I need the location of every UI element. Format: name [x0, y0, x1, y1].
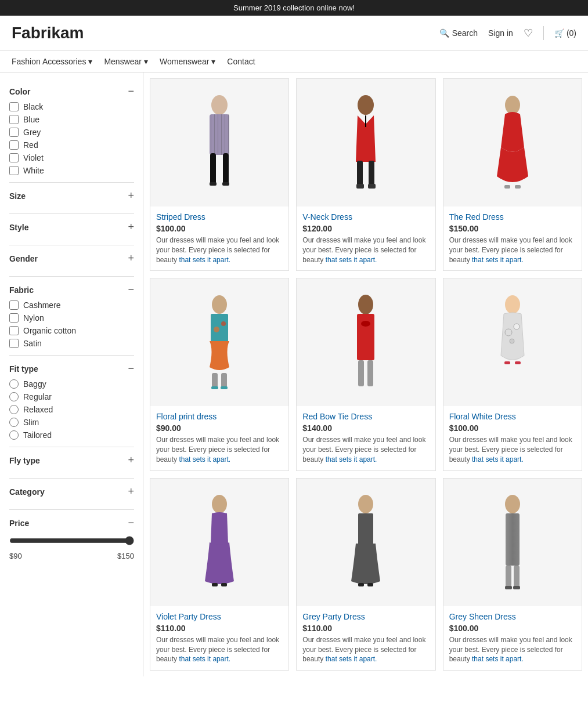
product-name[interactable]: Floral White Dress — [449, 412, 576, 421]
product-name[interactable]: Grey Sheen Dress — [449, 612, 576, 621]
filter-category-header[interactable]: Category + — [9, 486, 134, 498]
radio-relaxed[interactable] — [9, 405, 19, 414]
radio-regular[interactable] — [9, 392, 19, 401]
product-price: $110.00 — [302, 624, 429, 633]
product-name[interactable]: Floral print dress — [156, 412, 283, 421]
filter-option-black[interactable]: Black — [9, 102, 134, 111]
checkbox-satin[interactable] — [9, 339, 19, 348]
products-wrapper: Striped Dress$100.00Our dresses will mak… — [144, 73, 588, 676]
checkbox-nylon[interactable] — [9, 313, 19, 323]
filter-color-title: Color — [9, 87, 31, 96]
filter-option-white[interactable]: White — [9, 166, 134, 175]
svg-point-26 — [358, 295, 373, 314]
filter-size-header[interactable]: Size + — [9, 190, 134, 202]
label-nylon: Nylon — [23, 313, 44, 323]
filter-option-satin[interactable]: Satin — [9, 339, 134, 348]
svg-rect-29 — [358, 360, 364, 386]
filter-option-nylon[interactable]: Nylon — [9, 313, 134, 323]
checkbox-violet[interactable] — [9, 153, 19, 162]
svg-rect-12 — [369, 161, 374, 187]
filter-fabric-toggle: − — [128, 284, 134, 296]
nav-item-menswear[interactable]: Menswear ▾ — [104, 57, 148, 66]
filter-option-relaxed[interactable]: Relaxed — [9, 405, 134, 414]
product-image-area — [297, 278, 435, 406]
nav-item-contact[interactable]: Contact — [227, 57, 255, 66]
filter-option-slim[interactable]: Slim — [9, 418, 134, 427]
product-info: Floral print dress$90.00Our dresses will… — [150, 406, 288, 470]
svg-point-28 — [361, 321, 370, 327]
svg-rect-5 — [223, 153, 229, 185]
cart-button[interactable]: 🛒 (0) — [554, 28, 576, 38]
nav-item-fashion[interactable]: Fashion Accessories ▾ — [12, 57, 92, 66]
filter-option-cashmere[interactable]: Cashmere — [9, 300, 134, 310]
filter-fit-type-header[interactable]: Fit type − — [9, 363, 134, 375]
filter-option-tailored[interactable]: Tailored — [9, 430, 134, 440]
svg-rect-35 — [504, 361, 510, 364]
chevron-down-icon-2: ▾ — [144, 57, 148, 66]
product-card[interactable]: Grey Sheen Dress$100.00Our dresses will … — [443, 478, 582, 671]
filter-option-organic-cotton[interactable]: Organic cotton — [9, 326, 134, 335]
checkbox-black[interactable] — [9, 102, 19, 111]
wishlist-button[interactable]: ♡ — [524, 27, 533, 39]
filter-gender-header[interactable]: Gender + — [9, 252, 134, 265]
nav-item-womenswear[interactable]: Womenswear ▾ — [160, 57, 215, 66]
filter-option-blue[interactable]: Blue — [9, 115, 134, 124]
checkbox-cashmere[interactable] — [9, 300, 19, 310]
product-image-area — [150, 278, 288, 406]
signin-button[interactable]: Sign in — [488, 28, 513, 38]
svg-rect-30 — [367, 360, 373, 386]
product-name[interactable]: The Red Dress — [449, 212, 576, 222]
filter-color-header[interactable]: Color − — [9, 85, 134, 97]
filter-color-toggle: − — [128, 85, 134, 97]
svg-rect-22 — [212, 373, 218, 387]
radio-slim[interactable] — [9, 418, 19, 427]
filter-category-toggle: + — [128, 486, 134, 498]
product-card[interactable]: Floral White Dress$100.00Our dresses wil… — [443, 278, 582, 470]
product-name[interactable]: Grey Party Dress — [302, 612, 429, 621]
filter-color: Color − Black Blue Grey Red — [9, 78, 134, 183]
filter-option-regular[interactable]: Regular — [9, 392, 134, 401]
product-card[interactable]: Grey Party Dress$110.00Our dresses will … — [296, 478, 435, 671]
search-label: Search — [452, 28, 478, 38]
search-button[interactable]: 🔍 Search — [439, 28, 478, 38]
svg-point-31 — [505, 295, 520, 314]
product-card[interactable]: Striped Dress$100.00Our dresses will mak… — [150, 78, 289, 271]
product-card[interactable]: Violet Party Dress$110.00Our dresses wil… — [150, 478, 289, 671]
checkbox-blue[interactable] — [9, 115, 19, 124]
filter-fly-type-header[interactable]: Fly type + — [9, 454, 134, 466]
product-image-area — [443, 479, 582, 606]
product-info: Grey Sheen Dress$100.00Our dresses will … — [443, 606, 582, 670]
checkbox-white[interactable] — [9, 166, 19, 175]
product-desc: Our dresses will make you feel and look … — [156, 635, 283, 664]
product-name[interactable]: Violet Party Dress — [156, 612, 283, 621]
product-card[interactable]: Floral print dress$90.00Our dresses will… — [150, 278, 289, 470]
svg-point-40 — [358, 495, 373, 513]
sidebar: Color − Black Blue Grey Red — [0, 73, 144, 676]
filter-style-header[interactable]: Style + — [9, 221, 134, 233]
price-range-slider[interactable] — [9, 536, 134, 545]
product-image-area — [150, 479, 288, 606]
svg-point-21 — [221, 321, 226, 326]
product-card[interactable]: Red Bow Tie Dress$140.00Our dresses will… — [296, 278, 435, 470]
checkbox-grey[interactable] — [9, 128, 19, 137]
filter-option-grey[interactable]: Grey — [9, 128, 134, 137]
product-desc: Our dresses will make you feel and look … — [449, 236, 576, 265]
product-price: $100.00 — [449, 624, 576, 633]
filter-price-header[interactable]: Price − — [9, 517, 134, 529]
label-white: White — [23, 166, 44, 175]
radio-tailored[interactable] — [9, 430, 19, 440]
filter-option-baggy[interactable]: Baggy — [9, 379, 134, 389]
radio-baggy[interactable] — [9, 379, 19, 389]
product-name[interactable]: Red Bow Tie Dress — [302, 412, 429, 421]
filter-option-red[interactable]: Red — [9, 140, 134, 150]
product-name[interactable]: V-Neck Dress — [302, 212, 429, 222]
filter-option-violet[interactable]: Violet — [9, 153, 134, 162]
product-name[interactable]: Striped Dress — [156, 212, 283, 222]
product-card[interactable]: The Red Dress$150.00Our dresses will mak… — [443, 78, 582, 271]
product-card[interactable]: V-Neck Dress$120.00Our dresses will make… — [296, 78, 435, 271]
checkbox-organic-cotton[interactable] — [9, 326, 19, 335]
filter-fabric-header[interactable]: Fabric − — [9, 284, 134, 296]
cart-count: (0) — [567, 28, 576, 38]
checkbox-red[interactable] — [9, 140, 19, 150]
filter-style: Style + — [9, 214, 134, 245]
